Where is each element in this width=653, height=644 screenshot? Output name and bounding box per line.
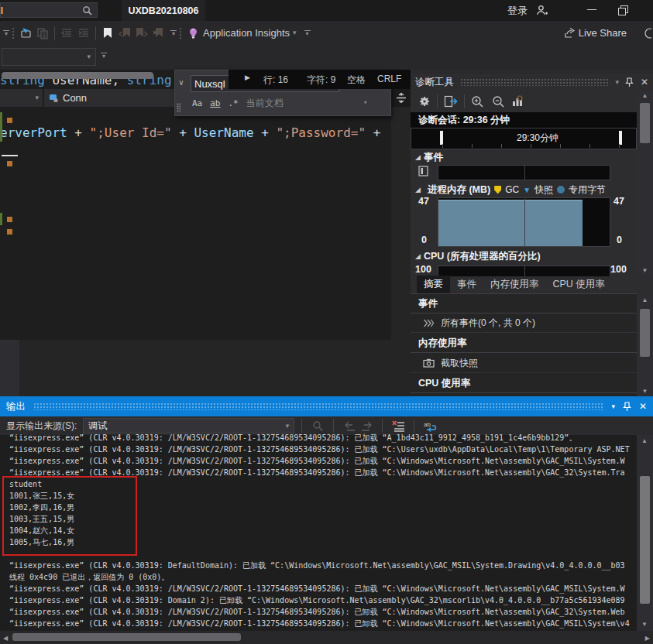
toolbar-drag-handle[interactable] xyxy=(179,27,182,39)
output-line: “iisexpress.exe” (CLR v4.0.30319: /LM/W3… xyxy=(0,432,637,444)
output-line: “iisexpress.exe” (CLR v4.0.30319: /LM/W3… xyxy=(0,455,637,467)
feedback-icon-clipped[interactable] xyxy=(644,27,651,39)
collapse-triangle-icon[interactable]: ◢ xyxy=(415,186,421,194)
summary-scrollbar[interactable]: ▲ ▼ xyxy=(637,295,653,397)
expand-replace-chevron-icon[interactable]: ∨ xyxy=(179,78,184,87)
memory-axis-max-left: 47 xyxy=(418,196,429,207)
clear-bookmarks-icon[interactable] xyxy=(150,25,167,42)
reset-view-chart-icon[interactable] xyxy=(511,95,524,108)
split-editor-button[interactable] xyxy=(391,89,411,107)
indent-increase-icon[interactable] xyxy=(75,25,92,42)
regex-toggle[interactable]: .* xyxy=(229,98,239,108)
find-widget-grip[interactable] xyxy=(177,103,180,112)
fast-forward-icon xyxy=(423,319,435,327)
scroll-thumb[interactable] xyxy=(640,476,650,604)
scroll-thumb[interactable] xyxy=(12,633,241,641)
scroll-down-icon[interactable]: ▼ xyxy=(642,386,648,397)
diag-tab[interactable]: 摘要 xyxy=(417,276,450,293)
zoom-out-icon[interactable] xyxy=(492,95,505,108)
scroll-up-icon[interactable]: ▲ xyxy=(641,436,648,447)
memory-usage-area xyxy=(438,200,583,246)
diag-session-label: 诊断会话: 29:36 分钟 xyxy=(418,114,510,127)
pin-icon[interactable] xyxy=(625,77,634,87)
status-line-ending[interactable]: CRLF xyxy=(377,74,401,84)
pointer-window-icon[interactable] xyxy=(17,25,34,42)
close-panel-icon[interactable]: ✕ xyxy=(641,77,648,87)
application-insights-dropdown[interactable]: Application Insights xyxy=(203,27,290,39)
code-editor[interactable]: string UserName, string erverPort + ";Us… xyxy=(0,70,391,340)
diag-memory-header: 进程内存 (MB) xyxy=(428,183,490,197)
live-share-button[interactable]: Live Share xyxy=(579,27,627,39)
toolbar-overflow-icon[interactable]: ▾ xyxy=(3,30,9,36)
panel-menu-chevron-icon[interactable]: ▾ xyxy=(615,79,619,86)
toolbar-drag-handle[interactable] xyxy=(12,27,15,39)
live-share-icon[interactable] xyxy=(562,25,579,42)
panel-menu-chevron-icon[interactable]: ▾ xyxy=(611,402,615,410)
chevron-down-icon[interactable]: ▾ xyxy=(293,29,297,36)
minimize-button[interactable]: — xyxy=(581,4,603,15)
zoom-in-icon[interactable] xyxy=(471,95,484,108)
whole-word-toggle[interactable]: ab xyxy=(210,98,220,108)
search-result-mark xyxy=(7,161,12,166)
scroll-right-icon[interactable]: ▶ xyxy=(645,633,650,644)
diag-settings-gear-icon[interactable] xyxy=(418,95,431,108)
close-panel-icon[interactable]: ✕ xyxy=(639,401,647,412)
next-bookmark-icon[interactable] xyxy=(133,25,150,42)
copy-documents-icon[interactable] xyxy=(34,25,51,42)
prev-bookmark-icon[interactable] xyxy=(116,25,133,42)
scroll-up-icon[interactable]: ▲ xyxy=(642,295,648,306)
lightbulb-icon xyxy=(184,25,201,42)
intellitrace-icon xyxy=(418,166,428,176)
modified-lines-mark xyxy=(0,213,2,225)
private-bytes-legend-label: 专用字节 xyxy=(569,183,606,197)
restore-button[interactable] xyxy=(618,5,628,15)
scroll-left-icon[interactable]: ◀ xyxy=(3,633,8,644)
output-vertical-scrollbar[interactable]: ▲ ▼ xyxy=(637,435,653,631)
memory-axis-max-right: 47 xyxy=(613,196,624,207)
output-line: “iisexpress.exe” (CLR v4.0.30319: Domain… xyxy=(0,594,637,606)
bookmark-icon[interactable] xyxy=(99,25,116,42)
diag-tab[interactable]: CPU 使用率 xyxy=(546,276,612,293)
diag-tab[interactable]: 事件 xyxy=(450,276,483,293)
match-case-toggle[interactable]: Aa xyxy=(192,98,202,108)
caret-position-mark xyxy=(2,155,18,156)
diagnostic-tools-panel: 诊断工具 ▾ ✕ xyxy=(411,74,653,396)
output-source-dropdown[interactable]: 调试 ▾ xyxy=(83,418,294,433)
scope-chevron-icon[interactable]: ▾ xyxy=(363,99,367,106)
scroll-down-icon[interactable]: ▼ xyxy=(641,619,648,630)
document-tab[interactable]: UXDB20210806 xyxy=(122,0,205,21)
export-report-icon[interactable] xyxy=(444,95,458,108)
diag-events-header: 事件 xyxy=(424,151,443,164)
toolbar-overflow-icon[interactable]: ▾ xyxy=(101,53,107,58)
diag-timeline[interactable]: 29:30分钟 xyxy=(411,128,637,149)
output-title: 输出 xyxy=(6,400,26,413)
code-token: + xyxy=(366,125,380,140)
toolbar-combobox[interactable]: ▾ xyxy=(2,48,96,66)
scroll-up-icon[interactable]: ▲ xyxy=(642,91,648,101)
pin-icon[interactable] xyxy=(623,402,631,412)
take-snapshot-link[interactable]: 截取快照 xyxy=(411,354,637,373)
expand-status-icon[interactable]: ▶ xyxy=(245,74,250,81)
all-events-link[interactable]: 所有事件(0 个, 共 0 个) xyxy=(411,313,637,333)
quick-launch-search[interactable] xyxy=(0,2,98,18)
toolbar-overflow-icon[interactable]: ▾ xyxy=(170,30,177,36)
types-dropdown[interactable]: ▾ xyxy=(0,89,43,107)
editor-hscroll-thumb[interactable] xyxy=(2,72,153,79)
output-horizontal-scrollbar[interactable]: ◀ ▶ xyxy=(0,631,653,644)
events-swimlane xyxy=(438,165,610,180)
scroll-down-icon[interactable]: ▼ xyxy=(642,265,648,276)
diag-tab-strip: 摘要事件内存使用率CPU 使用率 xyxy=(411,276,637,293)
collapse-triangle-icon[interactable]: ◢ xyxy=(415,153,421,161)
status-spaces[interactable]: 空格 xyxy=(347,74,366,87)
code-line: erverPort + ";User Id=" + UserName + ";P… xyxy=(0,125,380,140)
members-dropdown-value: Conn xyxy=(63,92,87,104)
collapse-triangle-icon[interactable]: ◢ xyxy=(415,252,421,260)
user-add-icon[interactable] xyxy=(535,4,548,17)
search-result-mark xyxy=(7,229,12,235)
toolbar-overflow-icon[interactable]: ▾ xyxy=(304,30,311,36)
diag-scrollbar[interactable]: ▲ ▼ xyxy=(637,91,653,276)
indent-decrease-icon[interactable] xyxy=(58,25,75,42)
sign-in-button[interactable]: 登录 xyxy=(507,4,528,18)
search-scope-dropdown[interactable]: 当前文档 xyxy=(246,97,284,110)
diag-tab[interactable]: 内存使用率 xyxy=(483,276,546,293)
